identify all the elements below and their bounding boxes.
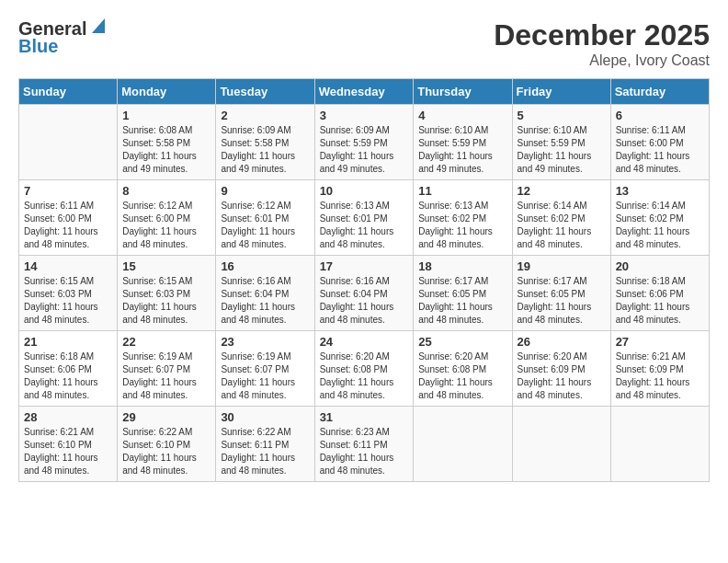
sunset-text: Sunset: 5:58 PM [221,137,309,150]
calendar-day-cell [19,105,118,180]
day-number: 8 [122,184,210,198]
sunset-text: Sunset: 6:03 PM [24,288,112,301]
daylight-text: Daylight: 11 hours and 48 minutes. [221,301,309,327]
sunset-text: Sunset: 6:01 PM [320,213,409,225]
calendar-week-row: 21 Sunrise: 6:18 AM Sunset: 6:06 PM Dayl… [19,331,710,407]
calendar-day-cell: 18 Sunrise: 6:17 AM Sunset: 6:05 PM Dayl… [414,256,512,331]
calendar-day-cell: 15 Sunrise: 6:15 AM Sunset: 6:03 PM Dayl… [118,256,216,331]
sunrise-text: Sunrise: 6:14 AM [616,200,704,213]
sunset-text: Sunset: 6:10 PM [24,439,112,452]
daylight-text: Daylight: 11 hours and 48 minutes. [518,376,606,402]
day-number: 27 [616,335,704,349]
day-number: 1 [122,109,210,122]
calendar-day-cell: 28 Sunrise: 6:21 AM Sunset: 6:10 PM Dayl… [19,407,118,482]
day-info: Sunrise: 6:10 AM Sunset: 5:59 PM Dayligh… [518,124,606,176]
daylight-text: Daylight: 11 hours and 48 minutes. [24,301,112,327]
title-block: December 2025 Alepe, Ivory Coast [494,18,710,69]
sunset-text: Sunset: 6:05 PM [518,288,606,301]
calendar-day-cell: 29 Sunrise: 6:22 AM Sunset: 6:10 PM Dayl… [118,407,216,482]
calendar-day-cell: 30 Sunrise: 6:22 AM Sunset: 6:11 PM Dayl… [216,407,314,482]
weekday-header-cell: Wednesday [314,79,414,105]
sunrise-text: Sunrise: 6:09 AM [221,124,309,137]
sunset-text: Sunset: 5:59 PM [518,137,606,150]
sunset-text: Sunset: 6:09 PM [616,363,704,376]
calendar-day-cell: 25 Sunrise: 6:20 AM Sunset: 6:08 PM Dayl… [414,331,512,407]
sunset-text: Sunset: 5:59 PM [320,137,409,150]
day-info: Sunrise: 6:18 AM Sunset: 6:06 PM Dayligh… [24,350,112,402]
daylight-text: Daylight: 11 hours and 48 minutes. [418,225,506,251]
sunset-text: Sunset: 5:58 PM [122,137,210,150]
daylight-text: Daylight: 11 hours and 48 minutes. [122,452,210,477]
day-info: Sunrise: 6:09 AM Sunset: 5:58 PM Dayligh… [221,124,309,176]
day-number: 26 [518,335,606,349]
calendar-week-row: 28 Sunrise: 6:21 AM Sunset: 6:10 PM Dayl… [19,407,710,482]
day-number: 16 [221,259,309,273]
calendar-title: December 2025 [494,18,710,52]
daylight-text: Daylight: 11 hours and 48 minutes. [221,452,309,477]
sunset-text: Sunset: 6:00 PM [122,213,210,225]
daylight-text: Daylight: 11 hours and 48 minutes. [616,301,704,327]
calendar-day-cell: 31 Sunrise: 6:23 AM Sunset: 6:11 PM Dayl… [314,407,414,482]
day-number: 19 [518,259,606,273]
daylight-text: Daylight: 11 hours and 48 minutes. [320,225,409,251]
calendar-day-cell: 4 Sunrise: 6:10 AM Sunset: 5:59 PM Dayli… [414,105,512,180]
sunset-text: Sunset: 6:08 PM [418,363,506,376]
calendar-day-cell: 5 Sunrise: 6:10 AM Sunset: 5:59 PM Dayli… [512,105,610,180]
sunrise-text: Sunrise: 6:21 AM [616,350,704,363]
day-info: Sunrise: 6:22 AM Sunset: 6:11 PM Dayligh… [221,426,309,477]
sunrise-text: Sunrise: 6:13 AM [320,200,409,213]
daylight-text: Daylight: 11 hours and 48 minutes. [221,376,309,402]
day-info: Sunrise: 6:21 AM Sunset: 6:10 PM Dayligh… [24,426,112,477]
weekday-header-cell: Monday [118,79,216,105]
calendar-week-row: 14 Sunrise: 6:15 AM Sunset: 6:03 PM Dayl… [19,256,710,331]
sunset-text: Sunset: 6:09 PM [518,363,606,376]
sunset-text: Sunset: 6:02 PM [518,213,606,225]
day-number: 12 [518,184,606,198]
calendar-day-cell [414,407,512,482]
day-number: 4 [418,109,506,122]
day-number: 13 [616,184,704,198]
day-number: 23 [221,335,309,349]
sunrise-text: Sunrise: 6:15 AM [122,275,210,288]
calendar-day-cell: 3 Sunrise: 6:09 AM Sunset: 5:59 PM Dayli… [314,105,414,180]
day-number: 2 [221,109,309,122]
sunset-text: Sunset: 6:02 PM [418,213,506,225]
sunset-text: Sunset: 6:02 PM [616,213,704,225]
calendar-day-cell: 10 Sunrise: 6:13 AM Sunset: 6:01 PM Dayl… [314,180,414,256]
sunrise-text: Sunrise: 6:20 AM [518,350,606,363]
sunrise-text: Sunrise: 6:19 AM [122,350,210,363]
sunrise-text: Sunrise: 6:14 AM [518,200,606,213]
calendar-table: SundayMondayTuesdayWednesdayThursdayFrid… [18,78,710,482]
sunset-text: Sunset: 6:00 PM [24,213,112,225]
day-info: Sunrise: 6:21 AM Sunset: 6:09 PM Dayligh… [616,350,704,402]
daylight-text: Daylight: 11 hours and 48 minutes. [24,452,112,477]
sunrise-text: Sunrise: 6:13 AM [418,200,506,213]
weekday-header-cell: Thursday [414,79,512,105]
sunset-text: Sunset: 6:00 PM [616,137,704,150]
day-info: Sunrise: 6:10 AM Sunset: 5:59 PM Dayligh… [418,124,506,176]
sunrise-text: Sunrise: 6:16 AM [221,275,309,288]
calendar-day-cell: 11 Sunrise: 6:13 AM Sunset: 6:02 PM Dayl… [414,180,512,256]
sunset-text: Sunset: 6:03 PM [122,288,210,301]
daylight-text: Daylight: 11 hours and 48 minutes. [616,225,704,251]
day-info: Sunrise: 6:11 AM Sunset: 6:00 PM Dayligh… [24,200,112,251]
day-number: 22 [122,335,210,349]
sunrise-text: Sunrise: 6:10 AM [418,124,506,137]
day-number: 3 [320,109,409,122]
sunrise-text: Sunrise: 6:16 AM [320,275,409,288]
daylight-text: Daylight: 11 hours and 48 minutes. [418,376,506,402]
sunset-text: Sunset: 5:59 PM [418,137,506,150]
daylight-text: Daylight: 11 hours and 48 minutes. [24,225,112,251]
day-info: Sunrise: 6:16 AM Sunset: 6:04 PM Dayligh… [320,275,409,327]
sunrise-text: Sunrise: 6:22 AM [122,426,210,439]
sunrise-text: Sunrise: 6:17 AM [518,275,606,288]
daylight-text: Daylight: 11 hours and 48 minutes. [221,225,309,251]
sunrise-text: Sunrise: 6:23 AM [320,426,409,439]
calendar-day-cell: 12 Sunrise: 6:14 AM Sunset: 6:02 PM Dayl… [512,180,610,256]
sunrise-text: Sunrise: 6:22 AM [221,426,309,439]
daylight-text: Daylight: 11 hours and 49 minutes. [518,150,606,176]
daylight-text: Daylight: 11 hours and 48 minutes. [418,301,506,327]
sunset-text: Sunset: 6:11 PM [221,439,309,452]
calendar-day-cell: 21 Sunrise: 6:18 AM Sunset: 6:06 PM Dayl… [19,331,118,407]
calendar-day-cell [610,407,709,482]
